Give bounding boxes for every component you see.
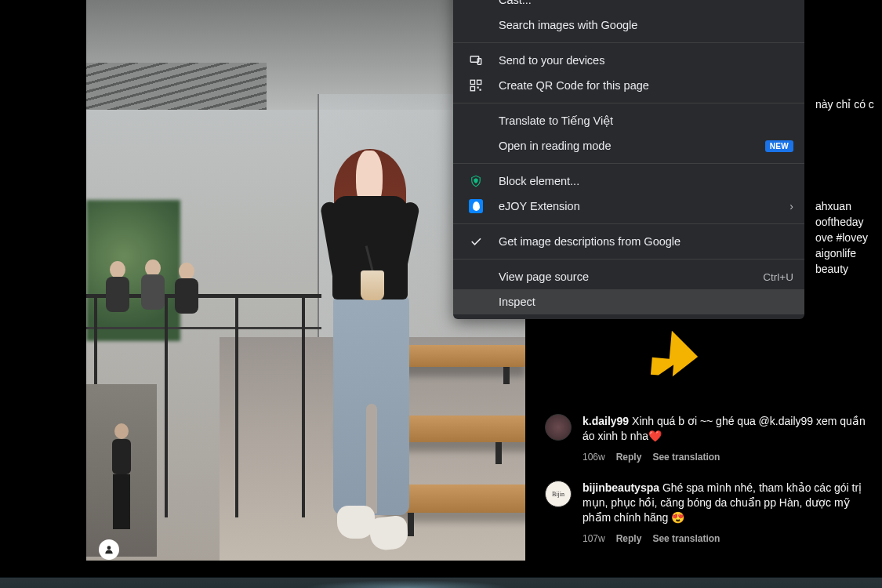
menu-label: Create QR Code for this page [499, 79, 793, 92]
blank-icon [469, 0, 483, 7]
menu-label: Send to your devices [499, 54, 793, 67]
avatar[interactable]: Bijin [545, 481, 572, 507]
menu-item-image-descriptions[interactable]: Get image descriptions from Google [453, 229, 804, 254]
comment-username[interactable]: bijinbeautyspa [583, 481, 659, 494]
comment-text: bijinbeautyspa Ghé spa mình nhé, tham kh… [583, 481, 862, 524]
tagged-people-button[interactable] [99, 539, 119, 560]
menu-label: View page source [499, 270, 763, 283]
menu-separator [453, 42, 804, 43]
see-translation-button[interactable]: See translation [652, 450, 720, 465]
comment-age: 107w [583, 532, 605, 546]
blank-icon [469, 18, 483, 32]
blank-icon [469, 114, 483, 128]
menu-separator [453, 259, 804, 260]
menu-item-send-devices[interactable]: Send to your devices [453, 48, 804, 73]
comment-text: k.daily99 Xinh quá b ơi ~~ ghé qua @k.da… [583, 415, 866, 442]
hearteyes-emoji-icon: 😍 [671, 511, 684, 524]
ejoy-icon [469, 199, 483, 213]
blank-icon [469, 295, 483, 309]
comment-username[interactable]: k.daily99 [583, 415, 629, 427]
reply-button[interactable]: Reply [616, 532, 642, 546]
comments-section: k.daily99 Xinh quá b ơi ~~ ghé qua @k.da… [545, 414, 874, 562]
comment: Bijin bijinbeautyspa Ghé spa mình nhé, t… [545, 481, 874, 546]
menu-item-ejoy[interactable]: eJOY Extension › [453, 194, 804, 219]
menu-item-reading-mode[interactable]: Open in reading mode NEW [453, 133, 804, 158]
menu-item-translate[interactable]: Translate to Tiếng Việt [453, 108, 804, 133]
svg-rect-4 [477, 80, 481, 84]
qr-icon [469, 78, 483, 93]
menu-item-block-element[interactable]: Block element... [453, 169, 804, 194]
svg-rect-6 [477, 87, 479, 89]
person-icon [103, 544, 114, 555]
svg-marker-8 [651, 329, 700, 379]
menu-item-create-qr[interactable]: Create QR Code for this page [453, 73, 804, 98]
menu-separator [453, 103, 804, 103]
heart-emoji-icon: ❤️ [648, 430, 662, 442]
menu-label: Inspect [499, 296, 793, 308]
menu-item-view-source[interactable]: View page source Ctrl+U [453, 264, 804, 289]
menu-label: Cast... [499, 0, 793, 6]
menu-label: Translate to Tiếng Việt [499, 114, 793, 127]
blank-icon [469, 139, 483, 153]
caption-fragment: aigonlife [815, 246, 856, 260]
browser-context-menu: Cast... Search images with Google Send t… [453, 0, 804, 319]
blank-icon [469, 270, 483, 284]
menu-label: eJOY Extension [499, 200, 789, 212]
svg-rect-2 [477, 59, 481, 65]
new-badge: NEW [765, 140, 793, 152]
svg-rect-3 [470, 80, 474, 84]
shield-icon [469, 174, 483, 188]
svg-rect-7 [480, 89, 481, 91]
svg-rect-5 [470, 87, 474, 91]
comment-age: 106w [583, 450, 605, 465]
caption-fragment: ooftheday [815, 215, 864, 229]
menu-item-inspect[interactable]: Inspect [453, 289, 804, 314]
chevron-right-icon: › [789, 200, 793, 212]
photo-thumbnail-prev[interactable] [86, 384, 157, 557]
menu-item-cast[interactable]: Cast... [453, 0, 804, 13]
avatar[interactable] [545, 414, 572, 441]
menu-separator [453, 163, 804, 164]
taskbar-highlight [306, 580, 510, 588]
devices-icon [469, 53, 483, 67]
arrow-annotation [637, 321, 707, 395]
menu-label: Open in reading mode [499, 140, 757, 152]
check-icon [469, 234, 483, 249]
see-translation-button[interactable]: See translation [652, 532, 720, 546]
svg-point-0 [107, 546, 111, 550]
menu-label: Block element... [499, 175, 793, 187]
os-taskbar[interactable] [0, 577, 882, 588]
menu-label: Search images with Google [499, 19, 793, 31]
caption-fragment: ahxuan [815, 199, 851, 213]
keyboard-shortcut: Ctrl+U [763, 271, 793, 283]
menu-separator [453, 223, 804, 224]
caption-fragment: này chỉ có c [815, 97, 874, 111]
reply-button[interactable]: Reply [616, 450, 642, 465]
menu-item-search-images[interactable]: Search images with Google [453, 13, 804, 38]
caption-fragment: beauty [815, 262, 848, 276]
comment: k.daily99 Xinh quá b ơi ~~ ghé qua @k.da… [545, 414, 874, 465]
menu-label: Get image descriptions from Google [499, 235, 793, 248]
caption-fragment: ove #lovey [815, 230, 868, 245]
